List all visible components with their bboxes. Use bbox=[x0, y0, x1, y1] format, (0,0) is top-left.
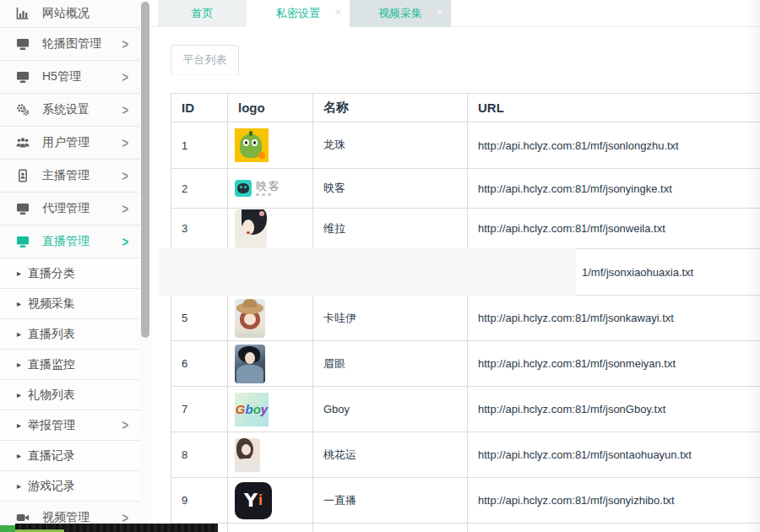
tab-home[interactable]: 首页 bbox=[158, 0, 247, 27]
table-row: 5 卡哇伊 http://api.hclyz.com:81/mf/jsonkaw… bbox=[171, 296, 760, 341]
sidebar-item-agent-mgmt[interactable]: 代理管理 > bbox=[0, 193, 140, 225]
yingke-wordmark: 映客 bbox=[256, 181, 281, 192]
logo-weila-portrait bbox=[235, 209, 267, 248]
sidebar-item-label: 网站概况 bbox=[42, 6, 90, 21]
cell-name: 卡哇伊 bbox=[313, 296, 468, 341]
sidebar-item-live-mgmt[interactable]: 直播管理 > bbox=[0, 225, 140, 258]
tab-label: 视频采集 bbox=[378, 6, 422, 21]
sidebar-subitem-live-list[interactable]: ▸ 直播列表 bbox=[0, 319, 140, 350]
panel-tab-label: 平台列表 bbox=[183, 52, 227, 68]
monitor-icon bbox=[15, 37, 32, 51]
cell-url: http://api.hclyz.com:81/mf/jsonweila.txt bbox=[468, 209, 760, 249]
cell-logo bbox=[228, 296, 313, 341]
cell-id: 1 bbox=[171, 122, 228, 169]
table-row: 1 龙珠 http://api.hclyz.com:81/mf/jsonlong… bbox=[171, 122, 760, 169]
platform-table: ID logo 名称 URL 1 龙珠 http://api.hclyz.com… bbox=[171, 93, 760, 532]
chevron-right-icon: > bbox=[122, 135, 128, 151]
users-icon bbox=[15, 136, 32, 149]
cell-name: 映客 bbox=[313, 169, 468, 209]
triangle-bullet-icon: ▸ bbox=[17, 360, 21, 369]
tab-label: 私密设置 bbox=[276, 6, 320, 21]
cell-url: http://api.hclyz.com:81/mf/jsonGboy.txt bbox=[468, 387, 760, 432]
sidebar-item-carousel-mgmt[interactable]: 轮播图管理 > bbox=[0, 28, 140, 61]
bottom-green-artifact bbox=[0, 525, 15, 532]
sidebar-item-system-settings[interactable]: 系统设置 > bbox=[0, 94, 140, 127]
sidebar-subitem-label: 视频采集 bbox=[28, 296, 75, 312]
column-header-url: URL bbox=[468, 94, 760, 122]
close-icon[interactable]: × bbox=[334, 7, 341, 19]
cell-logo: 映客 bbox=[228, 169, 313, 209]
cell-name: 桃花运 bbox=[313, 432, 468, 478]
sidebar-item-user-mgmt[interactable]: 用户管理 > bbox=[0, 127, 140, 160]
cell-id: 2 bbox=[171, 169, 228, 209]
chevron-right-icon: > bbox=[122, 36, 128, 52]
cell-id: 5 bbox=[171, 296, 228, 341]
cell-logo bbox=[228, 122, 313, 169]
sidebar-subitem-video-collect[interactable]: ▸ 视频采集 bbox=[0, 289, 140, 319]
cell-name: 维拉 bbox=[313, 209, 468, 249]
sidebar-subitem-label: 直播监控 bbox=[28, 357, 75, 372]
admin-console: 网站概况 轮播图管理 > H5管理 > 系统设置 > bbox=[0, 0, 760, 532]
cell-id: 3 bbox=[171, 209, 228, 249]
table-row: 8 桃花运 http://api.hclyz.com:81/mf/jsontao… bbox=[171, 432, 760, 478]
sidebar: 网站概况 轮播图管理 > H5管理 > 系统设置 > bbox=[0, 0, 152, 532]
sidebar-subitem-game-records[interactable]: ▸ 游戏记录 bbox=[0, 471, 140, 502]
column-header-id: ID bbox=[171, 94, 228, 122]
sidebar-item-site-overview[interactable]: 网站概况 bbox=[0, 0, 140, 28]
cell-id: 9 bbox=[171, 478, 228, 524]
cell-name: 眉眼 bbox=[313, 341, 468, 387]
sidebar-subitem-label: 礼物列表 bbox=[28, 388, 75, 403]
sidebar-item-label: 轮播图管理 bbox=[42, 36, 101, 52]
tab-private-settings[interactable]: 私密设置 × bbox=[247, 0, 350, 27]
gears-icon bbox=[15, 103, 32, 117]
cell-url: http://api.hclyz.com:81/mf/jsonyizhibo.t… bbox=[468, 478, 760, 524]
triangle-bullet-icon: ▸ bbox=[17, 421, 21, 430]
logo-longzhu-dragon bbox=[235, 128, 269, 162]
cell-name: 龙珠 bbox=[313, 122, 468, 169]
chevron-right-icon: > bbox=[122, 201, 128, 217]
bar-chart-icon bbox=[15, 7, 32, 20]
video-camera-icon bbox=[15, 511, 32, 524]
cell-url: http://api.hclyz.com:81/mf/jsonlongzhu.t… bbox=[468, 122, 760, 169]
chevron-right-icon: > bbox=[122, 234, 128, 250]
sidebar-subitem-report-mgmt[interactable]: ▸ 举报管理 > bbox=[0, 410, 140, 441]
sidebar-subitem-label: 直播列表 bbox=[28, 327, 75, 342]
cell-url bbox=[468, 524, 760, 532]
monitor-icon bbox=[15, 70, 32, 84]
monitor-icon bbox=[15, 235, 32, 248]
sidebar-item-label: H5管理 bbox=[42, 69, 81, 84]
cell-url: http://api.hclyz.com:81/mf/jsonkawayi.tx… bbox=[468, 296, 760, 341]
triangle-bullet-icon: ▸ bbox=[17, 299, 21, 308]
triangle-bullet-icon: ▸ bbox=[17, 269, 21, 278]
top-tabbar: 首页 私密设置 × 视频采集 × bbox=[152, 0, 760, 27]
cell-id: 6 bbox=[171, 341, 228, 387]
column-header-logo: logo bbox=[228, 94, 313, 122]
tab-video-collect[interactable]: 视频采集 × bbox=[350, 0, 451, 27]
sidebar-subitem-live-category[interactable]: ▸ 直播分类 bbox=[0, 258, 140, 289]
cell-id: 8 bbox=[171, 432, 228, 478]
sidebar-item-h5-mgmt[interactable]: H5管理 > bbox=[0, 61, 140, 94]
table-row: 6 眉眼 http://api.hclyz.com:81/mf/jsonmeiy… bbox=[171, 341, 760, 387]
cell-name: 一直播 bbox=[313, 478, 468, 524]
cell-url: http://api.hclyz.com:81/mf/jsonyingke.tx… bbox=[468, 169, 760, 209]
sidebar-item-anchor-mgmt[interactable]: 主播管理 > bbox=[0, 160, 140, 193]
cell-logo bbox=[228, 432, 313, 478]
logo-yingke: 映客 bbox=[235, 180, 306, 197]
triangle-bullet-icon: ▸ bbox=[17, 481, 21, 491]
sidebar-item-label: 代理管理 bbox=[42, 201, 90, 216]
close-icon[interactable]: × bbox=[436, 7, 442, 19]
logo-gboy-wordmark: Gboy bbox=[235, 393, 269, 426]
logo-kawayi-portrait bbox=[235, 299, 265, 338]
tab-platform-list[interactable]: 平台列表 bbox=[171, 45, 239, 75]
logo-meiyan-portrait bbox=[235, 345, 265, 383]
sidebar-subitem-live-monitor[interactable]: ▸ 直播监控 bbox=[0, 350, 140, 380]
table-row-partial bbox=[171, 524, 760, 532]
cell-logo bbox=[228, 341, 313, 387]
sidebar-subitem-gift-list[interactable]: ▸ 礼物列表 bbox=[0, 380, 140, 410]
main-content: 平台列表 ID logo 名称 URL 1 龙珠 http://api.hcly… bbox=[152, 27, 760, 532]
sidebar-scrollbar-thumb[interactable] bbox=[141, 2, 149, 338]
cell-url: http://api.hclyz.com:81/mf/jsontaohuayun… bbox=[468, 432, 760, 478]
tab-label: 首页 bbox=[192, 6, 214, 21]
cell-name: Gboy bbox=[313, 387, 468, 432]
sidebar-subitem-live-records[interactable]: ▸ 直播记录 bbox=[0, 441, 140, 471]
